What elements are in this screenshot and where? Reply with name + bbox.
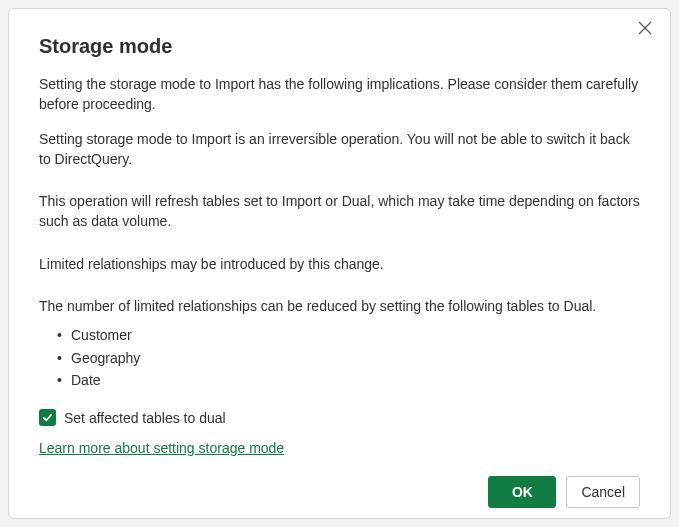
list-item: Geography xyxy=(57,347,640,369)
dialog-title: Storage mode xyxy=(39,35,640,58)
close-icon xyxy=(638,21,652,35)
paragraph-refresh: This operation will refresh tables set t… xyxy=(39,191,640,232)
storage-mode-dialog: Storage mode Setting the storage mode to… xyxy=(8,8,671,519)
list-item: Customer xyxy=(57,324,640,346)
checkbox-label: Set affected tables to dual xyxy=(64,408,226,428)
ok-button[interactable]: OK xyxy=(488,476,556,508)
tables-list: Customer Geography Date xyxy=(57,324,640,391)
paragraph-intro: Setting the storage mode to Import has t… xyxy=(39,74,640,115)
cancel-button[interactable]: Cancel xyxy=(566,476,640,508)
learn-more-link[interactable]: Learn more about setting storage mode xyxy=(39,440,284,456)
paragraph-reduce: The number of limited relationships can … xyxy=(39,296,640,316)
close-button[interactable] xyxy=(638,21,656,39)
dialog-footer: OK Cancel xyxy=(39,476,640,508)
dialog-body: Setting the storage mode to Import has t… xyxy=(39,74,640,458)
check-icon xyxy=(42,412,53,423)
set-dual-checkbox[interactable] xyxy=(39,409,56,426)
paragraph-limited: Limited relationships may be introduced … xyxy=(39,254,640,274)
list-item: Date xyxy=(57,369,640,391)
paragraph-irreversible: Setting storage mode to Import is an irr… xyxy=(39,129,640,170)
checkbox-row: Set affected tables to dual xyxy=(39,408,640,428)
